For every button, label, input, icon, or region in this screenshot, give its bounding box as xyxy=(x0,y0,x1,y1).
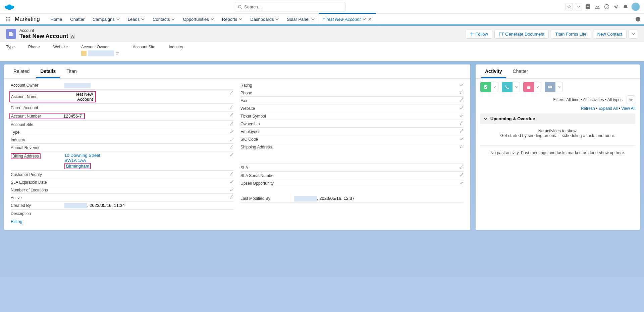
nav-chatter[interactable]: Chatter xyxy=(66,14,89,25)
nav-leads[interactable]: Leads xyxy=(124,14,149,25)
refresh-link[interactable]: Refresh xyxy=(581,106,595,111)
edit-icon[interactable] xyxy=(230,122,234,126)
edit-icon[interactable] xyxy=(460,173,464,177)
details-right-column: Rating Phone Fax Website Ticker Symbol O… xyxy=(240,81,464,224)
edit-icon[interactable] xyxy=(460,114,464,118)
upcoming-section[interactable]: Upcoming & Overdue xyxy=(480,114,635,124)
svg-rect-22 xyxy=(11,33,13,36)
billing-line2[interactable]: SW1A 1AA xyxy=(64,158,86,163)
event-dropdown-icon[interactable] xyxy=(534,82,541,92)
follow-button[interactable]: Follow xyxy=(466,30,492,39)
chevron-down-icon xyxy=(484,117,488,121)
view-all-link[interactable]: View All xyxy=(621,106,635,111)
nav-reports[interactable]: Reports xyxy=(218,14,247,25)
edit-icon[interactable] xyxy=(460,98,464,102)
change-owner-icon[interactable] xyxy=(115,51,119,55)
close-tab-icon[interactable]: ✕ xyxy=(368,17,372,22)
notifications-icon[interactable] xyxy=(622,3,629,10)
user-avatar[interactable] xyxy=(631,2,640,11)
nav-campaigns[interactable]: Campaigns xyxy=(89,14,124,25)
activity-filters-text: Filters: All time • All activities • All… xyxy=(553,97,623,102)
workspace-tab-account[interactable]: * Test New Account ✕ xyxy=(319,13,376,25)
edit-icon[interactable] xyxy=(230,195,234,199)
edit-icon[interactable] xyxy=(230,137,234,141)
hierarchy-icon[interactable] xyxy=(70,34,75,39)
edit-icon[interactable] xyxy=(460,106,464,110)
edit-icon[interactable] xyxy=(460,121,464,125)
tab-chatter[interactable]: Chatter xyxy=(509,64,532,78)
edit-icon[interactable] xyxy=(460,165,464,169)
details-left-column: Account Owner Account Name Test New Acco… xyxy=(11,81,234,224)
salesforce-logo[interactable] xyxy=(4,3,15,10)
call-dropdown-icon[interactable] xyxy=(513,82,520,92)
edit-icon[interactable] xyxy=(460,129,464,133)
edit-icon[interactable] xyxy=(230,113,234,117)
field-account-number: Account Number 123456-7 xyxy=(11,112,234,121)
tab-titan[interactable]: Titan xyxy=(62,64,81,78)
edit-icon[interactable] xyxy=(460,144,464,148)
hl-owner: Account Owner xyxy=(81,45,119,56)
context-bar: Marketing Home Chatter Campaigns Leads C… xyxy=(0,13,644,26)
svg-point-14 xyxy=(8,19,9,20)
account-entity-icon xyxy=(6,29,16,39)
edit-icon[interactable] xyxy=(230,153,234,157)
expand-all-link[interactable]: Expand All xyxy=(599,106,618,111)
edit-icon[interactable] xyxy=(230,91,234,95)
email-dropdown-icon[interactable] xyxy=(555,82,563,92)
favorites-menu-icon[interactable] xyxy=(575,3,582,10)
highlights-panel: Type Phone Website Account Owner Account… xyxy=(0,42,644,61)
favorites-icon[interactable] xyxy=(566,3,573,10)
context-info-icon[interactable]: i xyxy=(632,14,644,25)
app-launcher-icon[interactable] xyxy=(4,14,12,25)
edit-icon[interactable] xyxy=(460,90,464,94)
more-actions-button[interactable] xyxy=(629,30,638,39)
search-placeholder: Search... xyxy=(244,4,262,9)
titan-forms-button[interactable]: Titan Forms Lite xyxy=(551,30,591,39)
nav-solar-panel[interactable]: Solar Panel xyxy=(283,14,318,25)
nav-opportunities[interactable]: Opportunities xyxy=(179,14,218,25)
app-name: Marketing xyxy=(12,14,47,25)
activity-settings-icon[interactable] xyxy=(627,95,635,104)
new-task-button[interactable] xyxy=(480,82,498,92)
nav-home[interactable]: Home xyxy=(47,14,66,25)
edit-icon[interactable] xyxy=(230,187,234,191)
hl-industry: Industry xyxy=(169,45,183,56)
billing-line3[interactable]: Birmingham xyxy=(64,164,91,169)
ft-generate-button[interactable]: FT Generate Document xyxy=(494,30,549,39)
new-contact-button[interactable]: New Contact xyxy=(593,30,627,39)
edit-icon[interactable] xyxy=(460,83,464,87)
object-label: Account xyxy=(19,28,75,33)
edit-icon[interactable] xyxy=(230,180,234,184)
edit-icon[interactable] xyxy=(230,105,234,109)
nav-dashboards[interactable]: Dashboards xyxy=(246,14,283,25)
billing-section-link[interactable]: Billing xyxy=(11,217,234,224)
svg-rect-23 xyxy=(72,35,73,36)
field-account-site: Account Site xyxy=(11,121,234,128)
edit-icon[interactable] xyxy=(460,137,464,141)
svg-point-13 xyxy=(6,19,7,20)
trailhead-icon[interactable] xyxy=(594,3,601,10)
email-button[interactable] xyxy=(545,82,563,92)
add-icon[interactable] xyxy=(584,3,592,10)
log-call-button[interactable] xyxy=(502,82,520,92)
field-sic: SIC Code xyxy=(240,135,464,143)
tab-details[interactable]: Details xyxy=(36,64,60,78)
svg-text:i: i xyxy=(638,17,638,21)
edit-icon[interactable] xyxy=(230,130,234,134)
tab-related[interactable]: Related xyxy=(9,64,34,78)
global-search[interactable]: Search... xyxy=(235,2,345,11)
edit-icon[interactable] xyxy=(460,181,464,185)
edit-icon[interactable] xyxy=(230,172,234,176)
nav-contacts[interactable]: Contacts xyxy=(149,14,179,25)
field-annual-revenue: Annual Revenue xyxy=(11,144,234,151)
help-icon[interactable]: ? xyxy=(603,3,610,10)
edit-icon[interactable] xyxy=(230,145,234,149)
new-event-button[interactable] xyxy=(523,82,541,92)
billing-line1[interactable]: 10 Downing Street xyxy=(64,153,100,158)
tab-activity[interactable]: Activity xyxy=(481,64,506,78)
field-description: Description xyxy=(11,210,234,217)
task-dropdown-icon[interactable] xyxy=(491,82,498,92)
record-header: Account Test New Account Follow FT Gener… xyxy=(0,26,644,61)
setup-icon[interactable] xyxy=(612,3,620,10)
record-tabs: Related Details Titan xyxy=(4,64,470,79)
